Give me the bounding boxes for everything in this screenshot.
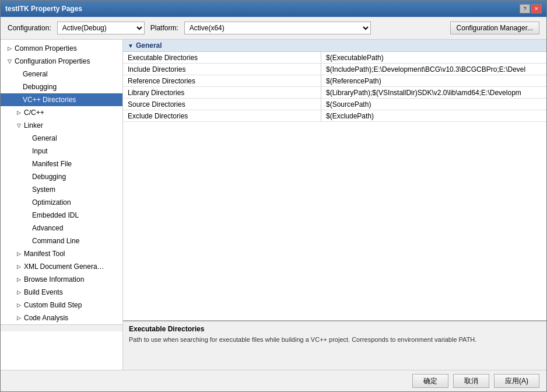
ok-button[interactable]: 确定: [412, 374, 448, 388]
title-bar-buttons: ? ✕: [520, 4, 542, 13]
tree-item-label: Common Properties: [15, 43, 77, 54]
tree-item-config-props[interactable]: ▽Configuration Properties: [1, 55, 122, 68]
tree-item-label: General: [23, 69, 48, 79]
tree-item-debugging[interactable]: Debugging: [1, 80, 122, 93]
tree-item-browse-info[interactable]: ▷Browse Information: [1, 273, 122, 286]
tree-item-label: Embedded IDL: [32, 210, 79, 220]
tree-item-label: VC++ Directories: [23, 94, 76, 105]
tree-item-build-events[interactable]: ▷Build Events: [1, 286, 122, 299]
grid-section-header: ▼ General: [123, 40, 546, 52]
table-row[interactable]: Exclude Directories$(ExcludePath): [123, 110, 546, 122]
cancel-button[interactable]: 取消: [453, 374, 489, 388]
property-name: Include Directories: [123, 64, 321, 75]
tree-item-code-analysis[interactable]: ▷Code Analysis: [1, 312, 122, 324]
tree-item-linker-general[interactable]: General: [1, 132, 122, 145]
description-text: Path to use when searching for executabl…: [129, 335, 541, 344]
tree-item-linker-system[interactable]: System: [1, 183, 122, 196]
tree-item-linker-embedded-idl[interactable]: Embedded IDL: [1, 209, 122, 222]
top-bar: Configuration: Active(Debug) Platform: A…: [1, 17, 546, 40]
description-title: Executable Directories: [129, 325, 541, 333]
tree-item-linker-debugging[interactable]: Debugging: [1, 170, 122, 183]
tree-item-label: Command Line: [32, 236, 79, 246]
tree-item-vc-directories[interactable]: VC++ Directories: [1, 93, 122, 106]
tree-panel: ▷Common Properties▽Configuration Propert…: [1, 40, 123, 370]
tree-item-label: Code Analysis: [24, 313, 68, 323]
tree-item-label: Browse Information: [24, 274, 84, 285]
tree-expand-icon[interactable]: ▷: [5, 44, 13, 52]
tree-expand-icon[interactable]: ▷: [15, 314, 23, 322]
tree-item-manifest-tool[interactable]: ▷Manifest Tool: [1, 247, 122, 260]
tree-item-linker-input[interactable]: Input: [1, 145, 122, 158]
tree-item-common-props[interactable]: ▷Common Properties: [1, 42, 122, 55]
tree-expand-icon[interactable]: ▷: [15, 275, 23, 284]
tree-item-linker-cmdline[interactable]: Command Line: [1, 235, 122, 247]
configuration-manager-button[interactable]: Configuration Manager...: [450, 22, 539, 34]
tree-expand-icon[interactable]: ▽: [5, 57, 13, 65]
tree-scrollbar[interactable]: [1, 324, 122, 331]
table-row[interactable]: Executable Directories$(ExecutablePath): [123, 52, 546, 64]
tree-item-custom-build[interactable]: ▷Custom Build Step: [1, 299, 122, 312]
table-row[interactable]: Include Directories$(IncludePath);E:\Dev…: [123, 64, 546, 75]
tree-item-c-cpp[interactable]: ▷C/C++: [1, 106, 122, 119]
tree-item-label: Debugging: [32, 172, 66, 182]
property-value[interactable]: $(ReferencePath): [321, 75, 546, 86]
platform-label: Platform:: [150, 24, 178, 32]
configuration-select[interactable]: Active(Debug): [57, 22, 145, 34]
tree-item-label: Manifest Tool: [24, 249, 65, 259]
tree-item-label: C/C++: [24, 107, 44, 118]
property-name: Source Directories: [123, 99, 321, 110]
tree-item-linker-advanced[interactable]: Advanced: [1, 222, 122, 235]
tree-item-label: Manifest File: [32, 159, 72, 169]
tree-item-label: Optimization: [32, 197, 71, 208]
property-value[interactable]: $(SourcePath): [321, 99, 546, 110]
description-panel: Executable Directories Path to use when …: [123, 320, 546, 370]
tree-expand-icon[interactable]: ▽: [15, 121, 23, 130]
tree-item-label: Linker: [24, 120, 43, 131]
table-row[interactable]: Source Directories$(SourcePath): [123, 99, 546, 110]
tree-item-label: Debugging: [23, 82, 57, 92]
right-panel: ▼ General Executable Directories$(Execut…: [123, 40, 546, 370]
section-title: General: [136, 41, 162, 50]
tree-item-linker[interactable]: ▽Linker: [1, 119, 122, 132]
tree-item-label: Build Events: [24, 287, 63, 298]
tree-expand-icon[interactable]: ▷: [15, 250, 23, 258]
section-collapse-icon[interactable]: ▼: [128, 43, 134, 49]
window-title: testITK Property Pages: [5, 5, 82, 13]
tree-item-xml-doc[interactable]: ▷XML Document Genera…: [1, 260, 122, 273]
title-bar: testITK Property Pages ? ✕: [1, 1, 546, 17]
table-row[interactable]: Reference Directories$(ReferencePath): [123, 75, 546, 87]
tree-item-label: General: [32, 133, 57, 144]
property-value[interactable]: $(ExcludePath): [321, 110, 546, 121]
apply-button[interactable]: 应用(A): [494, 374, 539, 388]
close-button[interactable]: ✕: [531, 4, 542, 13]
tree-item-label: Configuration Properties: [15, 56, 90, 66]
property-value[interactable]: $(IncludePath);E:\Development\BCG\v10.3\…: [321, 64, 546, 75]
property-name: Library Directories: [123, 87, 321, 98]
tree-item-label: Custom Build Step: [24, 300, 82, 310]
tree-expand-icon[interactable]: ▷: [15, 301, 23, 309]
tree-item-general[interactable]: General: [1, 68, 122, 80]
tree-item-label: Input: [32, 146, 48, 156]
property-value[interactable]: $(ExecutablePath): [321, 52, 546, 63]
property-grid: ▼ General Executable Directories$(Execut…: [123, 40, 546, 320]
tree-expand-icon[interactable]: ▷: [15, 288, 23, 296]
tree-expand-icon[interactable]: ▷: [15, 262, 23, 271]
config-label: Configuration:: [8, 24, 51, 32]
property-name: Executable Directories: [123, 52, 321, 63]
property-pages-dialog: testITK Property Pages ? ✕ Configuration…: [0, 0, 547, 392]
platform-select[interactable]: Active(x64): [184, 22, 371, 34]
tree-item-linker-manifest[interactable]: Manifest File: [1, 158, 122, 170]
tree-item-label: System: [32, 184, 55, 195]
property-value[interactable]: $(LibraryPath);$(VSInstallDir)SDK\v2.0\l…: [321, 87, 546, 98]
tree-expand-icon[interactable]: ▷: [15, 108, 23, 117]
tree-item-linker-optimization[interactable]: Optimization: [1, 196, 122, 209]
bottom-bar: 确定 取消 应用(A): [1, 370, 546, 391]
property-name: Exclude Directories: [123, 110, 321, 121]
main-content: ▷Common Properties▽Configuration Propert…: [1, 40, 546, 370]
tree-item-label: Advanced: [32, 223, 63, 233]
property-name: Reference Directories: [123, 75, 321, 86]
tree-item-label: XML Document Genera…: [24, 261, 104, 272]
table-row[interactable]: Library Directories$(LibraryPath);$(VSIn…: [123, 87, 546, 99]
help-button[interactable]: ?: [520, 4, 530, 13]
